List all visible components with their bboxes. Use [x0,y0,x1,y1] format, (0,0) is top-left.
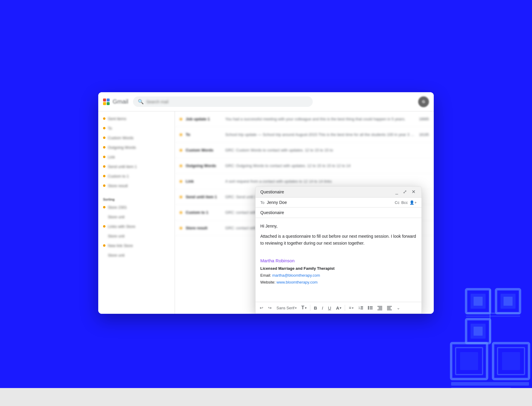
sidebar-item-label: Sent items [108,116,163,121]
search-input[interactable] [146,99,308,104]
signature-name: Martha Robinson [260,257,417,264]
gmail-sidebar: Sent items To Custom Words Outgoing Word… [98,111,175,314]
unread-dot [180,227,182,229]
bcc-label[interactable]: Bcc [401,200,408,205]
sidebar-dot [103,225,105,228]
sidebar-item-12[interactable]: Store unit [98,231,170,241]
compose-body[interactable]: Hi Jenny, Attached is a questionnaire to… [256,218,421,302]
ordered-list-icon: 1. [358,305,363,310]
font-size-button[interactable]: T ▾ [300,304,308,312]
sidebar-item-label: Outgoing Words [108,145,165,150]
svg-rect-25 [370,306,373,307]
gmail-search-bar[interactable]: 🔍 [133,96,313,107]
sidebar-item-14[interactable]: Store unit [98,250,170,260]
sidebar-item-7[interactable]: Custom to 1 [98,171,170,181]
sidebar-item-3[interactable]: Custom Words [98,133,170,143]
underline-button[interactable]: U [326,304,333,312]
table-row[interactable]: Outgoing Words GRC: Outgoing Words to co… [175,158,434,174]
sidebar-item-4[interactable]: Outgoing Words [98,143,170,152]
svg-rect-36 [387,308,391,309]
sidebar-item-label: Store unit [108,234,165,238]
table-row[interactable]: To School trip update — School trip arou… [175,127,434,143]
cc-label[interactable]: Cc [395,200,400,205]
compose-title: Questionaire [260,190,284,194]
outdent-button[interactable] [385,304,394,311]
svg-rect-8 [474,327,483,336]
redo-button[interactable]: ↪ [266,304,273,311]
unordered-list-icon [368,305,373,310]
svg-rect-30 [377,306,382,307]
sidebar-item-label: Store unit [108,215,165,219]
compose-header-actions: _ ⤢ ✕ [394,189,417,195]
minimize-button[interactable]: _ [394,189,399,195]
gmail-logo: Gmail [103,98,128,105]
email-sender: Outgoing Words [186,163,222,168]
sidebar-dot [103,244,105,247]
svg-rect-23 [361,309,363,309]
sidebar-item-2[interactable]: To [98,123,170,133]
signature-title: Licensed Marriage and Family Therapist [260,266,417,272]
italic-button[interactable]: I [320,304,325,312]
email-time: 18185 [419,133,429,137]
signature-email: Email: martha@bloomtherapy.com [260,272,417,279]
avatar[interactable]: G [418,96,429,107]
maximize-button[interactable]: ⤢ [402,189,408,195]
color-dropdown-icon: ▾ [340,306,341,310]
ordered-list-button[interactable]: 1. [356,304,365,311]
svg-rect-22 [361,307,363,308]
logo-yellow [103,102,106,105]
svg-rect-5 [504,297,513,306]
email-preview: School trip update — School trip around … [225,132,415,137]
text-color-button[interactable]: A ▾ [334,304,343,312]
unread-dot [180,196,182,198]
email-sender: Custom Words [186,148,222,152]
more-formatting-button[interactable]: ⌄ [395,304,402,311]
sidebar-item-9[interactable]: Store 2301 [98,202,170,212]
sidebar-item-13[interactable]: New link Store [98,241,170,250]
unread-dot [180,134,182,136]
gmail-body: Sent items To Custom Words Outgoing Word… [98,111,434,314]
sidebar-dot [103,127,105,129]
size-dropdown-icon: ▾ [305,306,306,310]
indent-icon [377,305,382,310]
sidebar-item-11[interactable]: Links with Store [98,222,170,231]
email-greeting: Hi Jenny, [260,223,417,229]
gmail-window: Gmail 🔍 G Sent items To [98,92,434,314]
indent-button[interactable] [376,304,384,311]
header-actions: G [418,96,429,107]
subject-input[interactable] [260,210,417,215]
unordered-list-button[interactable] [366,304,374,311]
compose-subject-row [256,207,421,218]
search-icon: 🔍 [138,99,144,104]
bold-button[interactable]: B [312,304,319,312]
close-button[interactable]: ✕ [410,189,417,195]
signature-website-link[interactable]: www.bloomtherapy.com [276,280,318,284]
align-button[interactable]: ≡ ▾ [347,304,355,311]
svg-point-26 [368,307,369,308]
sidebar-item-label: New link Store [108,243,165,248]
compose-toolbar: ↩ ↪ Sans Serif ▾ T ▾ B I U A [256,302,421,313]
sidebar-item-10[interactable]: Store unit [98,212,170,222]
sidebar-item-6[interactable]: Send until item 1 [98,162,170,171]
svg-rect-33 [377,310,382,310]
compose-header[interactable]: Questionaire _ ⤢ ✕ [256,187,421,198]
sidebar-item-5[interactable]: Link [98,152,170,162]
email-preview: You had a successful meeting with your c… [225,117,415,121]
logo-red [103,99,106,102]
table-row[interactable]: Job update 1 You had a successful meetin… [175,111,434,127]
font-selector[interactable]: Sans Serif ▾ [275,304,298,311]
to-input[interactable] [267,200,395,205]
signature-email-link[interactable]: martha@bloomtherapy.com [272,273,320,278]
sidebar-dot [103,175,105,177]
recipients-icon[interactable]: 👤+ [409,200,417,205]
sidebar-dot [103,137,105,139]
svg-rect-27 [370,307,373,308]
sidebar-item-8[interactable]: Store result [98,181,170,190]
align-dropdown-icon: ▾ [352,306,353,310]
svg-rect-29 [370,309,373,309]
table-row[interactable]: Custom Words GRC: Custom Words to contac… [175,143,434,158]
undo-button[interactable]: ↩ [258,304,265,311]
email-preview: GRC: Custom Words to contact with update… [225,148,425,152]
logo-blue [107,99,110,102]
sidebar-item-1[interactable]: Sent items [98,114,170,123]
